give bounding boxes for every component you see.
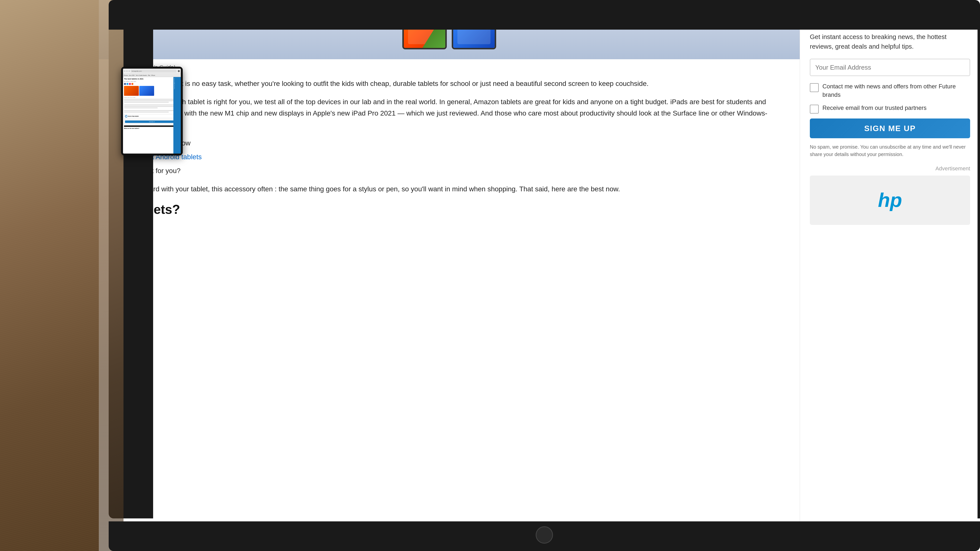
checkbox-contact[interactable] [810, 83, 819, 92]
small-tablet-img-2 [139, 86, 154, 96]
hand-photo-left [0, 0, 124, 551]
small-nav-bar: Phones Euro 2020 Tom's Guide Awards iPad… [123, 73, 181, 77]
rss-icon[interactable] [131, 83, 134, 85]
small-newsletter-header: BE IN THE KNOW [125, 115, 179, 118]
small-article-title: The best tablets in 2021 [124, 78, 180, 80]
nav-phones[interactable]: Phones [124, 75, 128, 76]
small-text-lines [124, 99, 180, 113]
small-content-area: C s t a n U A L P to to P y The best tab… [123, 77, 181, 154]
article-body-area: Choosing the best tablet is no easy task… [99, 73, 800, 227]
text-line-8 [124, 111, 169, 113]
image-credit-area: (Image credit: Tom's Guide) [99, 59, 800, 73]
main-content: (Image credit: Tom's Guide) Choosing the… [99, 0, 980, 551]
text-line-2 [124, 100, 180, 101]
small-images-row [124, 86, 180, 96]
checkbox-partners[interactable] [810, 105, 819, 114]
small-signup-label: SIGN ME UP [149, 121, 155, 122]
checkbox-row-2: Receive email from our trusted partners [810, 104, 970, 114]
small-social-icons [124, 83, 180, 85]
facebook-icon[interactable] [124, 83, 126, 85]
home-button[interactable] [536, 526, 553, 544]
nav-awards[interactable]: Tom's Guide Awards [135, 75, 147, 76]
paragraph-3: want a keyboard with your tablet, this a… [109, 183, 790, 195]
reload-icon [178, 70, 180, 72]
no-spam-text: No spam, we promise. You can unsubscribe… [810, 143, 970, 158]
paragraph-2: To help you decide which tablet is right… [109, 96, 790, 130]
twitter-icon[interactable] [126, 83, 129, 85]
small-img-credit: Image credit: Tom's Guide [124, 97, 180, 98]
tablet-right-bezel [978, 25, 980, 518]
small-newsletter-title: BE IN THE KNOW [128, 116, 138, 117]
email-input[interactable] [810, 59, 970, 76]
small-tablet-img-1 [124, 86, 139, 96]
checkbox-partners-label: Receive email from our trusted partners [822, 104, 927, 112]
paragraph-links-1: dles you can buy right now [109, 138, 790, 149]
section-heading: est tablets? [109, 202, 790, 217]
sign-me-up-button[interactable]: SIGN ME UP [810, 119, 970, 138]
small-newsletter: BE IN THE KNOW SIGN ME UP [124, 114, 180, 124]
instagram-icon[interactable] [129, 83, 131, 85]
text-line-5 [124, 106, 180, 107]
advertisement-label: Advertisement [810, 165, 970, 172]
small-tablet-screen: tomsguide.com Phones Euro 2020 Tom's Gui… [123, 68, 181, 154]
tablet-bottom-bezel [109, 521, 980, 551]
small-url-bar[interactable]: tomsguide.com [130, 70, 177, 73]
browser-dot-1 [124, 70, 126, 72]
text-line-3 [124, 102, 169, 103]
small-circle-icon [125, 115, 127, 118]
nav-ipad[interactable]: iPad [148, 75, 150, 76]
small-tablet-device: tomsguide.com Phones Euro 2020 Tom's Gui… [121, 67, 183, 156]
paragraph-links-2: ve got the best Android tablets [109, 151, 790, 163]
url-text: tomsguide.com [132, 70, 142, 72]
text-line-7 [124, 110, 180, 111]
browser-dot-3 [129, 70, 130, 72]
nav-euro[interactable]: Euro 2020 [129, 75, 135, 76]
small-what-label: What are the best tablets? [124, 128, 180, 129]
browser-dot-2 [126, 70, 128, 72]
hp-logo: hp [878, 189, 902, 211]
paragraph-links-3: h tablet is right for you? [109, 165, 790, 176]
small-heading-bar [124, 125, 174, 127]
small-article-meta: By author • June 2021 [124, 81, 180, 82]
text-line-4 [124, 105, 180, 105]
newsletter-sidebar: BE IN THE KNOW Get instant access to bre… [800, 0, 980, 551]
text-line-6 [124, 107, 158, 108]
small-email-field[interactable] [125, 118, 179, 120]
checkbox-contact-label: Contact me with news and offers from oth… [822, 82, 970, 99]
text-line-1 [124, 99, 180, 100]
small-sidebar-text: C s t a n U A L P to to P y [174, 78, 175, 89]
spacer-2 [124, 109, 180, 110]
small-sidebar: C s t a n U A L P to to P y [173, 77, 181, 154]
small-signup-btn[interactable]: SIGN ME UP [125, 121, 179, 123]
article-area: (Image credit: Tom's Guide) Choosing the… [99, 0, 800, 551]
checkbox-row-1: Contact me with news and offers from oth… [810, 82, 970, 99]
tablet-top-bezel [109, 0, 980, 30]
small-what-are-tablets: What are the best tablets? [124, 125, 180, 129]
newsletter-description: Get instant access to breaking news, the… [810, 32, 970, 51]
small-browser-bar: tomsguide.com [123, 68, 181, 73]
small-article-body: The best tablets in 2021 By author • Jun… [123, 77, 181, 154]
nav-iphone[interactable]: iPhone [151, 75, 155, 76]
spacer [124, 103, 180, 104]
paragraph-1: Choosing the best tablet is no easy task… [109, 78, 790, 89]
advertisement-area: hp [810, 176, 970, 225]
